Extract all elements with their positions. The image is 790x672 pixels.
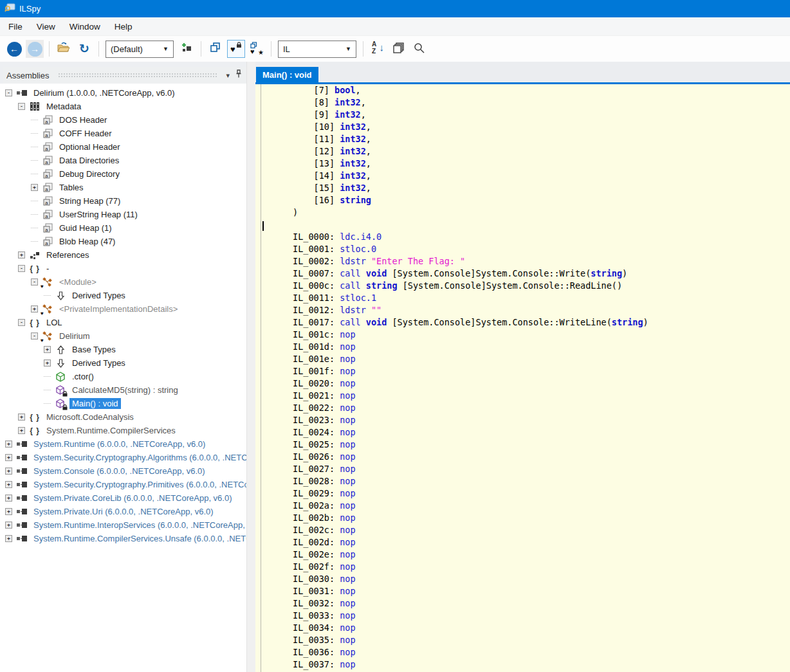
show-all-members-button[interactable]: ♥★ (248, 40, 266, 58)
expand-icon[interactable]: + (5, 535, 12, 542)
language-select[interactable]: IL▼ (278, 41, 356, 58)
toolbar-separator (271, 41, 271, 57)
tree-item-label: CalculateMD5(string) : string (69, 385, 181, 395)
tree-item[interactable]: CalculateMD5(string) : string (0, 383, 246, 397)
search-button[interactable] (410, 40, 428, 58)
refresh-icon: ↻ (79, 42, 89, 55)
pin-icon[interactable] (235, 69, 243, 81)
title-bar: ILSpy (0, 0, 790, 17)
tree-item[interactable]: +System.Console (6.0.0.0, .NETCoreApp, v… (0, 464, 246, 478)
code-line: [8] int32, (255, 96, 790, 109)
assemblies-panel: Assemblies ▾ -Delirium (1.0.0.0, .NETCor… (0, 62, 255, 672)
menu-file[interactable]: File (1, 19, 30, 35)
flatten-namespaces-button[interactable] (207, 40, 225, 58)
namespace-icon: { } (29, 264, 41, 274)
collapse-icon[interactable]: - (18, 319, 25, 326)
collapse-icon[interactable]: - (31, 278, 38, 286)
back-button[interactable]: ← (5, 40, 23, 58)
collapse-icon[interactable]: - (18, 103, 25, 110)
collapse-icon[interactable]: - (18, 265, 25, 272)
tree-item[interactable]: Derived Types (0, 289, 246, 302)
tree-item-label: System.Security.Cryptography.Algorithms … (31, 452, 246, 463)
back-icon: ← (7, 42, 22, 57)
assembly-list-select[interactable]: (Default)▼ (106, 41, 174, 58)
assemblies-panel-header[interactable]: Assemblies ▾ (3, 67, 246, 84)
tree-item[interactable]: +System.Runtime (6.0.0.0, .NETCoreApp, v… (0, 437, 246, 451)
tree-item[interactable]: +{ }Microsoft.CodeAnalysis (0, 410, 246, 424)
tree-item[interactable]: -{ }- (0, 262, 246, 275)
metadata-icon (29, 102, 41, 112)
tree-item[interactable]: +aTables (0, 181, 246, 194)
tree-item[interactable]: +Derived Types (0, 356, 246, 370)
panel-splitter[interactable] (246, 62, 255, 672)
tree-item[interactable]: -{ }LOL (0, 316, 246, 329)
expand-icon[interactable]: + (31, 305, 38, 313)
tree-item[interactable]: aData Directories (0, 154, 246, 167)
expand-icon[interactable]: + (5, 481, 12, 488)
tree-item[interactable]: +{ }System.Runtime.CompilerServices (0, 424, 246, 437)
tree-connector (44, 403, 51, 404)
expand-icon[interactable]: + (18, 413, 25, 421)
expand-icon[interactable]: + (5, 495, 12, 502)
open-file-button[interactable] (55, 40, 73, 58)
collapse-icon[interactable]: - (31, 332, 38, 340)
expand-icon[interactable]: + (18, 251, 25, 259)
tree-item-label: UserString Heap (11) (57, 209, 140, 220)
tree-item[interactable]: aOptional Header (0, 140, 246, 154)
heart-lock-icon: ♥ (230, 42, 242, 56)
menu-view[interactable]: View (30, 19, 62, 35)
collapse-icon[interactable]: - (5, 89, 12, 96)
tree-item-label: <PrivateImplementationDetails> (57, 304, 180, 314)
tree-item[interactable]: aBlob Heap (47) (0, 235, 246, 248)
expand-icon[interactable]: + (18, 427, 25, 434)
code-line: IL_0029: nop (255, 487, 790, 500)
tree-item[interactable]: -Delirium (1.0.0.0, .NETCoreApp, v6.0) (0, 86, 246, 100)
expand-icon[interactable]: + (44, 346, 51, 353)
page-icon: a (42, 223, 53, 233)
expand-icon[interactable]: + (5, 522, 12, 529)
tree-item[interactable]: aDebug Directory (0, 167, 246, 181)
sort-az-icon: AZ↓ (372, 41, 383, 57)
expand-icon[interactable]: + (5, 440, 12, 448)
sort-assemblies-button[interactable]: AZ↓ (369, 40, 387, 58)
panel-menu-chevron-icon[interactable]: ▾ (221, 71, 235, 80)
expand-icon[interactable]: + (31, 184, 38, 191)
tree-item[interactable]: +System.Private.CoreLib (6.0.0.0, .NETCo… (0, 491, 246, 505)
menu-help[interactable]: Help (107, 19, 140, 35)
tab-main-void[interactable]: Main() : void (256, 67, 318, 82)
tree-item[interactable]: aDOS Header (0, 113, 246, 127)
tree-item[interactable]: -♥<Module> (0, 275, 246, 289)
expand-icon[interactable]: + (5, 508, 12, 515)
assemblies-tree: -Delirium (1.0.0.0, .NETCoreApp, v6.0)-M… (0, 84, 246, 672)
tree-item[interactable]: +System.Runtime.InteropServices (6.0.0.0… (0, 518, 246, 532)
il-code-view[interactable]: [7] bool, [8] int32, [9] int32, [10] int… (255, 84, 790, 672)
tree-item[interactable]: aUserString Heap (11) (0, 208, 246, 221)
code-line: [15] int32, (255, 182, 790, 194)
menu-window[interactable]: Window (62, 19, 107, 35)
tree-item-label: Derived Types (69, 358, 128, 368)
tree-item[interactable]: aString Heap (77) (0, 194, 246, 208)
tree-item[interactable]: +System.Runtime.CompilerServices.Unsafe … (0, 532, 246, 545)
group-windows-button[interactable] (389, 40, 407, 58)
manage-assembly-lists-button[interactable] (178, 40, 196, 58)
tree-item[interactable]: +System.Security.Cryptography.Algorithms… (0, 451, 246, 464)
tree-item[interactable]: +Base Types (0, 343, 246, 356)
show-public-only-toggle[interactable]: ♥ (227, 40, 245, 58)
tree-item[interactable]: Main() : void (0, 397, 246, 410)
tree-item[interactable]: +References (0, 248, 246, 262)
tree-item[interactable]: -Metadata (0, 100, 246, 113)
expand-icon[interactable]: + (5, 468, 12, 475)
tree-item[interactable]: +System.Security.Cryptography.Primitives… (0, 478, 246, 491)
tree-item[interactable]: +System.Private.Uri (6.0.0.0, .NETCoreAp… (0, 505, 246, 518)
refresh-button[interactable]: ↻ (75, 40, 93, 58)
tree-item[interactable]: -♥Delirium (0, 329, 246, 343)
tree-item[interactable]: aGuid Heap (1) (0, 221, 246, 235)
tree-item[interactable]: +♥<PrivateImplementationDetails> (0, 302, 246, 316)
expand-icon[interactable]: + (44, 359, 51, 367)
tree-item[interactable]: .ctor() (0, 370, 246, 383)
tree-item-label: Delirium (57, 331, 93, 341)
tree-item[interactable]: aCOFF Header (0, 127, 246, 140)
tree-connector (44, 390, 51, 390)
forward-button[interactable]: → (26, 40, 44, 58)
expand-icon[interactable]: + (5, 454, 12, 461)
